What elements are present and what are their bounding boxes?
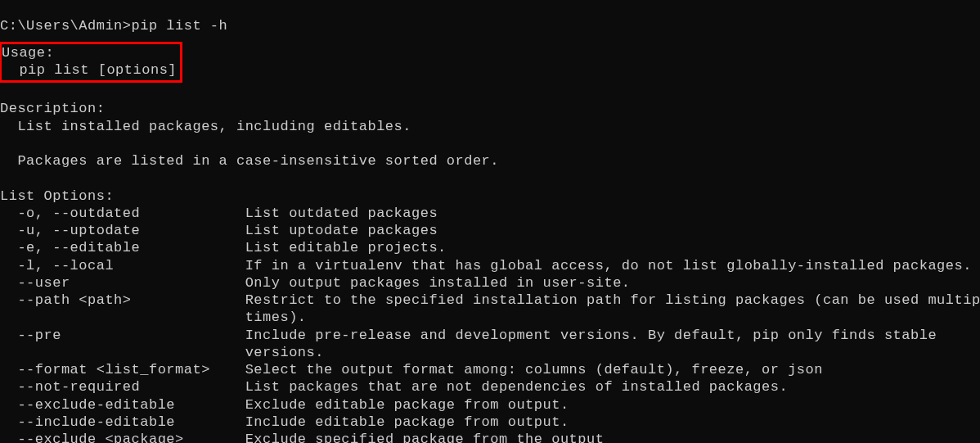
usage-body: pip list [options]: [2, 62, 177, 78]
option-desc: Include editable package from output.: [245, 414, 569, 430]
usage-header: Usage:: [2, 45, 54, 61]
option-desc: List editable projects.: [245, 240, 447, 255]
option-flag: -l, --local: [0, 258, 245, 273]
option-row: --pre Include pre-release and developmen…: [0, 328, 937, 343]
option-row: -l, --local If in a virtualenv that has …: [0, 258, 972, 273]
option-desc: List outdated packages: [245, 206, 438, 221]
option-desc: Restrict to the specified installation p…: [245, 292, 980, 308]
option-desc: times).: [245, 310, 307, 325]
terminal-output[interactable]: C:\Users\Admin>pip list -h Usage: pip li…: [0, 0, 980, 443]
option-flag: --format <list_format>: [0, 362, 245, 377]
option-row: --not-required List packages that are no…: [0, 379, 788, 395]
option-flag: --pre: [0, 328, 245, 343]
option-desc: versions.: [245, 345, 324, 360]
option-flag: -u, --uptodate: [0, 223, 245, 238]
option-flag: --include-editable: [0, 414, 245, 430]
option-desc: Exclude specified package from the outpu…: [245, 432, 605, 443]
option-desc: List uptodate packages: [245, 223, 438, 238]
option-desc: Include pre-release and development vers…: [245, 328, 937, 343]
option-row: --exclude-editable Exclude editable pack…: [0, 397, 569, 413]
option-flag: --exclude <package>: [0, 432, 245, 443]
option-row: -o, --outdated List outdated packages: [0, 206, 438, 221]
command-prompt: C:\Users\Admin>pip list -h: [0, 18, 227, 34]
option-desc: Exclude editable package from output.: [245, 397, 569, 413]
option-flag: -e, --editable: [0, 240, 245, 255]
prompt-path: C:\Users\Admin>: [0, 18, 132, 34]
list-options-header: List Options:: [0, 188, 114, 204]
option-row: --user Only output packages installed in…: [0, 275, 631, 291]
description-line-1: List installed packages, including edita…: [0, 119, 411, 134]
option-flag: -o, --outdated: [0, 206, 245, 221]
option-row: --path <path> Restrict to the specified …: [0, 292, 980, 308]
option-flag: --path <path>: [0, 292, 245, 308]
description-line-2: Packages are listed in a case-insensitiv…: [0, 153, 499, 169]
option-desc: List packages that are not dependencies …: [245, 379, 789, 395]
option-row: --format <list_format> Select the output…: [0, 362, 823, 377]
option-desc: Only output packages installed in user-s…: [245, 275, 631, 291]
option-row: --include-editable Include editable pack…: [0, 414, 569, 430]
option-flag: [0, 345, 245, 360]
option-row: -e, --editable List editable projects.: [0, 240, 447, 255]
option-desc: If in a virtualenv that has global acces…: [245, 258, 972, 273]
option-row: -u, --uptodate List uptodate packages: [0, 223, 438, 238]
option-row: versions.: [0, 345, 324, 360]
option-desc: Select the output format among: columns …: [245, 362, 823, 377]
prompt-command: pip list -h: [132, 18, 228, 34]
option-flag: --exclude-editable: [0, 397, 245, 413]
option-row: times).: [0, 310, 307, 325]
option-flag: --user: [0, 275, 245, 291]
usage-highlight-box: Usage: pip list [options]: [0, 42, 182, 84]
option-row: --exclude <package> Exclude specified pa…: [0, 432, 604, 443]
description-header: Description:: [0, 101, 105, 116]
option-flag: [0, 310, 245, 325]
option-flag: --not-required: [0, 379, 245, 395]
